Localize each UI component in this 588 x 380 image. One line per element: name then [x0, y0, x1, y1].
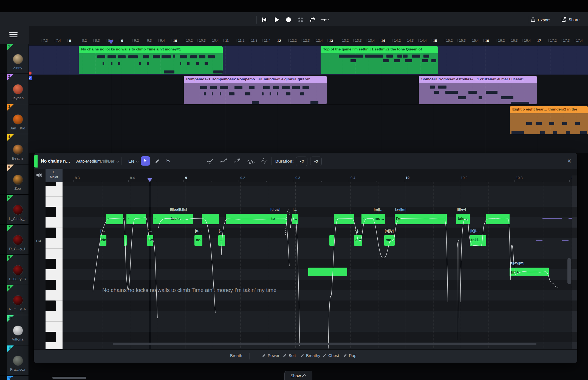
editor-playhead-marker[interactable] — [148, 178, 152, 182]
clip-3[interactable]: Rompemos#1 Rompemos#2 Rompemo…#1 mundo#2… — [184, 76, 327, 104]
track-cell-body[interactable]: 1Zinny — [7, 44, 28, 73]
autoscroll-button[interactable] — [320, 17, 329, 23]
pitch-mode-select[interactable]: Auto-Medium — [76, 153, 101, 169]
note-no[interactable]: no — [194, 235, 202, 246]
track-lane-4[interactable] — [29, 135, 588, 153]
key-scale-box[interactable]: C Major — [46, 169, 63, 182]
clip-5[interactable]: Eight o eight hear… thunder#2 in the — [510, 106, 588, 134]
grid-mode-select[interactable]: Cell/Bar — [100, 153, 118, 169]
record-button[interactable] — [285, 17, 292, 23]
export-button[interactable]: Export — [530, 17, 550, 22]
black-key-D#[interactable] — [46, 207, 56, 217]
avatar[interactable] — [13, 356, 23, 366]
share-button[interactable]: Share — [561, 17, 579, 22]
note--[interactable]: - — [202, 214, 219, 224]
style-button-breathy[interactable]: Breathy — [301, 353, 320, 358]
pointer-tool-button[interactable] — [141, 156, 150, 166]
note-I'm[interactable]: I'm — [395, 214, 447, 224]
clip-header[interactable]: Somos#1 Somos#2 estrellas#…1 cruzan#2 el… — [419, 76, 537, 83]
vibrato-tool-button[interactable] — [246, 156, 256, 166]
note-sustain[interactable] — [308, 268, 347, 276]
track-item-Beatriz[interactable]: 4Beatriz — [0, 134, 29, 165]
speaker-icon[interactable] — [36, 172, 43, 179]
vertical-scrollbar[interactable] — [567, 258, 571, 284]
note-ain't[interactable]: ain't — [354, 235, 362, 246]
note-No[interactable]: No — [100, 235, 106, 246]
note--[interactable]: - — [486, 214, 510, 224]
note-sustain[interactable] — [329, 235, 334, 246]
track-item-Jayden[interactable]: 2Jayden — [0, 74, 29, 104]
avatar[interactable] — [13, 325, 23, 336]
skip-to-start-button[interactable] — [261, 17, 268, 23]
track-cell-body[interactable]: 12 — [7, 376, 28, 380]
note-mo…[interactable]: mo… — [384, 235, 395, 246]
track-item-12[interactable]: 12 — [0, 376, 29, 380]
avatar[interactable] — [13, 295, 23, 305]
avatar[interactable] — [13, 235, 23, 245]
scissors-tool-button[interactable]: ✂ — [163, 156, 173, 166]
black-key-A#[interactable] — [46, 259, 56, 269]
horizontal-scrollbar[interactable] — [113, 343, 536, 345]
clip-2[interactable]: Top of the game I'm settin'#1 settin'#2 … — [321, 46, 438, 74]
note-taki…[interactable]: taki… — [470, 235, 486, 246]
note-…[interactable]: … — [218, 235, 225, 246]
note-no[interactable]: no — [147, 235, 153, 246]
track-cell-body[interactable]: 2Jayden — [7, 74, 28, 104]
pitch-eraser-tool-button[interactable] — [233, 156, 242, 166]
duration-half-button[interactable]: ÷2 — [310, 157, 322, 166]
style-button-soft[interactable]: Soft — [283, 353, 296, 358]
note--[interactable]: - — [226, 214, 270, 224]
style-button-rap[interactable]: Rap — [343, 353, 357, 358]
black-key-C#[interactable] — [46, 228, 56, 238]
avatar[interactable] — [13, 175, 23, 185]
editor-ruler[interactable]: 8.38.499.29.39.41010.210.310.4 — [63, 169, 577, 182]
track-cell-body[interactable]: 6L_Cindy_L — [7, 195, 28, 224]
track-item-L_Cindy_L[interactable]: 6L_Cindy_L — [0, 195, 29, 225]
track-cell-body[interactable]: 3Jan…Kid — [7, 104, 28, 134]
clip-4[interactable]: Somos#1 Somos#2 estrellas#…1 cruzan#2 el… — [419, 76, 537, 104]
track-cell-body[interactable]: 8L_C…y_R — [7, 255, 28, 285]
language-select[interactable]: EN — [128, 153, 138, 169]
breath-label[interactable]: Breath — [230, 353, 242, 358]
track-item-R_C…y_L[interactable]: 7R_C…y_L — [0, 225, 29, 255]
avatar[interactable] — [13, 84, 23, 94]
style-button-chest[interactable]: Chest — [323, 353, 339, 358]
black-key-F#[interactable] — [46, 182, 56, 186]
note-roll[interactable]: ---locks[l][aa][k][s]--to[t][uw]…[…--mo…… — [63, 182, 572, 350]
track-cell-body[interactable]: 10Vittoria — [7, 315, 28, 345]
clip-1[interactable]: No chains no locks no walls to climb Tim… — [79, 46, 223, 74]
black-key-G#[interactable] — [46, 280, 56, 290]
track-cell-body[interactable]: 7R_C…y_L — [7, 225, 28, 254]
track-item-Jan…Kid[interactable]: 3Jan…Kid — [0, 104, 29, 134]
close-editor-button[interactable]: ✕ — [567, 153, 572, 169]
smooth-tool-button[interactable] — [259, 156, 269, 166]
avatar[interactable] — [13, 54, 23, 64]
track-item-Zinny[interactable]: 1Zinny — [0, 44, 29, 74]
clip-header[interactable]: Eight o eight hear… thunder#2 in the — [510, 106, 588, 113]
track-item-R_C…y_R[interactable]: 9R_C…y_R — [0, 285, 29, 315]
menu-icon[interactable] — [9, 32, 18, 38]
playhead-marker[interactable] — [109, 40, 113, 44]
avatar[interactable] — [13, 114, 23, 124]
note--[interactable]: - — [106, 214, 123, 224]
note-taki…[interactable]: taki… — [456, 214, 470, 224]
pencil-tool-button[interactable] — [152, 156, 162, 166]
note--[interactable]: - — [361, 214, 373, 224]
note--[interactable]: - — [153, 214, 169, 224]
track-item-L_C…y_R[interactable]: 8L_C…y_R — [0, 255, 29, 285]
track-cell-body[interactable]: 4Beatriz — [7, 134, 28, 164]
show-panel-button[interactable]: Show — [284, 371, 312, 380]
bottom-scrollbar-thumb[interactable] — [52, 377, 86, 379]
piano-keys[interactable] — [46, 182, 63, 350]
note--[interactable]: - — [126, 214, 146, 224]
play-button[interactable] — [273, 16, 280, 23]
clip-header[interactable]: No chains no locks no walls to climb Tim… — [79, 46, 223, 53]
track-lane-3[interactable] — [29, 105, 588, 135]
note-…[interactable]: … — [292, 214, 298, 224]
black-key-D#[interactable] — [46, 332, 56, 342]
track-cell-body[interactable]: 5Zoé — [7, 165, 28, 194]
note-sustain[interactable] — [124, 235, 127, 246]
duration-x2-button[interactable]: ×2 — [296, 157, 307, 166]
note-to[interactable]: to — [270, 214, 287, 224]
track-item-Zoé[interactable]: 5Zoé — [0, 165, 29, 195]
